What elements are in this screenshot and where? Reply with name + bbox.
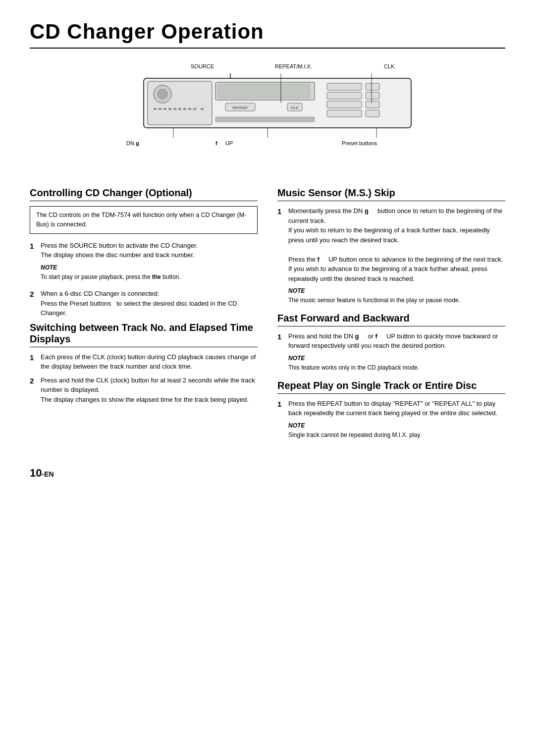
note-text: The music sensor feature is functional i… [288, 296, 505, 305]
section-fast-forward: Fast Forward and Backward 1 Press and ho… [277, 313, 505, 376]
svg-rect-22 [327, 92, 362, 99]
note-text: This feature works only in the CD playba… [288, 364, 505, 372]
item-content: Press and hold the DN g or f UP button t… [288, 331, 505, 376]
section-switching: Switching between Track No. and Elapsed … [30, 322, 258, 405]
list-item: 2 When a 6-disc CD Changer is connected:… [30, 289, 258, 318]
svg-rect-26 [366, 92, 379, 99]
svg-rect-4 [154, 108, 157, 110]
item-text-2: Press the f UP button once to advance to… [288, 256, 503, 282]
note-text: To start play or pause playback, press t… [41, 273, 258, 281]
ff-list: 1 Press and hold the DN g or f UP button… [277, 331, 505, 376]
item-number: 1 [277, 331, 284, 376]
svg-rect-29 [215, 117, 315, 122]
switching-list: 1 Each press of the CLK (clock) button d… [30, 352, 258, 405]
item-number: 1 [277, 206, 284, 309]
device-diagram: REPEAT CLK [129, 73, 416, 143]
note-label: NOTE [288, 286, 505, 295]
item-text: Press and hold the CLK (clock) button fo… [41, 377, 255, 403]
item-content: Press the SOURCE button to activate the … [41, 241, 258, 285]
section-repeat-heading: Repeat Play on Single Track or Entire Di… [277, 380, 505, 394]
label-source: SOURCE [191, 63, 214, 69]
list-item: 1 Press the SOURCE button to activate th… [30, 241, 258, 285]
note-label: NOTE [41, 263, 258, 272]
section-music-heading: Music Sensor (M.S.) Skip [277, 187, 505, 201]
list-item: 1 Each press of the CLK (clock) button d… [30, 352, 258, 372]
note-label: NOTE [288, 421, 505, 430]
section-controlling: Controlling CD Changer (Optional) The CD… [30, 187, 258, 318]
label-clk: CLK [384, 63, 394, 69]
item-text: Press the SOURCE button to activate the … [41, 242, 198, 259]
section-switching-heading: Switching between Track No. and Elapsed … [30, 322, 258, 347]
right-column: Music Sensor (M.S.) Skip 1 Momentarily p… [277, 187, 505, 447]
section-repeat: Repeat Play on Single Track or Entire Di… [277, 380, 505, 443]
list-item: 1 Momentarily press the DN g button once… [277, 206, 505, 309]
page-number: 10-EN [30, 467, 505, 480]
item-text: Each press of the CLK (clock) button dur… [41, 353, 256, 371]
section-music-sensor: Music Sensor (M.S.) Skip 1 Momentarily p… [277, 187, 505, 309]
item-number: 1 [277, 399, 284, 443]
svg-rect-10 [183, 108, 186, 110]
item-content: When a 6-disc CD Changer is connected:Pr… [41, 289, 258, 318]
page-number-value: 10 [30, 467, 42, 479]
item-text: Momentarily press the DN g button once t… [288, 207, 502, 244]
main-content: Controlling CD Changer (Optional) The CD… [30, 187, 505, 447]
item-content: Each press of the CLK (clock) button dur… [41, 352, 258, 372]
svg-rect-15 [218, 84, 310, 98]
svg-rect-27 [366, 101, 379, 108]
svg-text:REPEAT: REPEAT [232, 106, 248, 110]
info-box: The CD controls on the TDM-7574 will fun… [30, 206, 258, 234]
item-text: Press the REPEAT button to display "REPE… [288, 400, 497, 417]
svg-rect-6 [163, 108, 166, 110]
music-sensor-list: 1 Momentarily press the DN g button once… [277, 206, 505, 309]
diagram-wrapper: SOURCE REPEAT/M.I.X. CLK [99, 63, 436, 172]
item-text: When a 6-disc CD Changer is connected:Pr… [41, 290, 237, 317]
label-f: f [215, 140, 217, 146]
svg-rect-7 [168, 108, 171, 110]
svg-rect-9 [178, 108, 181, 110]
item-number: 1 [30, 352, 37, 372]
svg-rect-8 [173, 108, 176, 110]
svg-text:CLK: CLK [291, 106, 299, 110]
list-item: 1 Press the REPEAT button to display "RE… [277, 399, 505, 443]
item-number: 2 [30, 376, 37, 405]
item-number: 1 [30, 241, 37, 285]
item-content: Press and hold the CLK (clock) button fo… [41, 376, 258, 405]
svg-rect-23 [327, 101, 362, 108]
svg-rect-24 [327, 110, 362, 117]
svg-rect-28 [366, 110, 379, 117]
section-controlling-heading: Controlling CD Changer (Optional) [30, 187, 258, 201]
repeat-list: 1 Press the REPEAT button to display "RE… [277, 399, 505, 443]
svg-rect-25 [366, 83, 379, 90]
note-label: NOTE [288, 354, 505, 363]
controlling-list: 1 Press the SOURCE button to activate th… [30, 241, 258, 318]
note-text: Single track cannot be repeated during M… [288, 431, 505, 439]
list-item: 2 Press and hold the CLK (clock) button … [30, 376, 258, 405]
item-text: Press and hold the DN g or f UP button t… [288, 332, 498, 350]
label-up: UP [225, 140, 233, 146]
svg-rect-11 [188, 108, 191, 110]
page-suffix: -EN [42, 470, 54, 478]
list-item: 1 Press and hold the DN g or f UP button… [277, 331, 505, 376]
svg-rect-21 [327, 83, 362, 90]
item-number: 2 [30, 289, 37, 318]
svg-point-3 [158, 89, 167, 99]
svg-rect-13 [201, 108, 204, 110]
page-title: CD Changer Operation [30, 20, 505, 49]
item-content: Press the REPEAT button to display "REPE… [288, 399, 505, 443]
label-repeat: REPEAT/M.I.X. [275, 63, 312, 69]
left-column: Controlling CD Changer (Optional) The CD… [30, 187, 258, 447]
svg-rect-12 [193, 108, 196, 110]
diagram-section: SOURCE REPEAT/M.I.X. CLK [30, 63, 505, 172]
label-dn: DN g [126, 140, 139, 146]
item-content: Momentarily press the DN g button once t… [288, 206, 505, 309]
svg-rect-5 [159, 108, 161, 110]
label-preset: Preset buttons [342, 140, 377, 146]
section-ff-heading: Fast Forward and Backward [277, 313, 505, 326]
